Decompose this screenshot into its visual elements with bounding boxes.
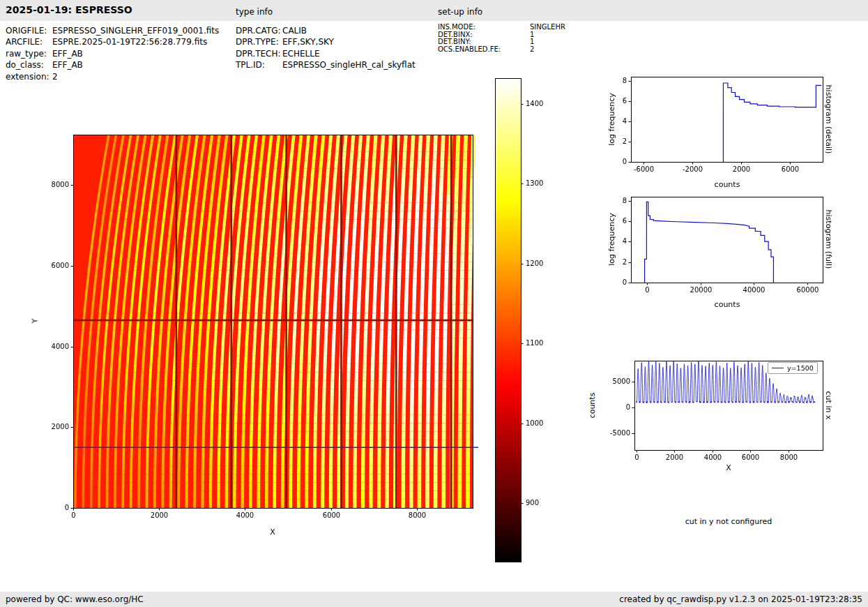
meta-row-dprcatg: DPR.CATG:CALIB	[236, 25, 416, 36]
main-xaxis-label: X	[270, 527, 275, 537]
histdetail-xaxis-label: counts	[715, 180, 740, 189]
main-yaxis-label: Y	[31, 319, 40, 324]
cut-in-y-note: cut in y not configured	[685, 517, 772, 526]
histdetail-yaxis-label: log frequency	[607, 93, 616, 145]
type-info-heading: type info	[236, 7, 273, 17]
setup-info-heading: set-up info	[438, 7, 482, 17]
footer-right-text: created by qc_rawdisp.py v1.2.3 on 2025-…	[619, 594, 862, 604]
meta-value: 2	[530, 45, 534, 53]
meta-label: raw_type:	[6, 48, 52, 59]
meta-label: DPR.CATG:	[236, 25, 282, 36]
meta-value: ESPRE.2025-01-19T22:56:28.779.fits	[52, 37, 207, 47]
cutx-side-label: cut in x	[824, 391, 833, 420]
meta-value: ESPRESSO_SINGLEHR_EFF019_0001.fits	[52, 26, 219, 36]
histdetail-side-label: histogram (detail)	[824, 85, 833, 154]
page-title: 2025-01-19: ESPRESSO	[6, 4, 132, 15]
histfull-xaxis-label: counts	[715, 300, 740, 309]
qc-report-page: 2025-01-19: ESPRESSO type info set-up in…	[0, 0, 868, 607]
legend-line-sample	[772, 368, 784, 368]
meta-label: DPR.TYPE:	[236, 36, 282, 47]
meta-row-ocsfe: OCS.ENABLED.FE:2	[438, 46, 565, 54]
header-bar: 2025-01-19: ESPRESSO type info set-up in…	[0, 0, 868, 21]
meta-value: CALIB	[282, 26, 307, 36]
meta-value: EFF,SKY,SKY	[282, 37, 334, 47]
meta-label: OCS.ENABLED.FE:	[438, 46, 530, 54]
meta-row-dprtech: DPR.TECH:ECHELLE	[236, 48, 416, 59]
meta-row-arcfile: ARCFILE:ESPRE.2025-01-19T22:56:28.779.fi…	[6, 36, 219, 47]
footer-bar: powered by QC: www.eso.org/HC created by…	[0, 592, 868, 607]
footer-left-text: powered by QC: www.eso.org/HC	[6, 594, 144, 604]
meta-label: ARCFILE:	[6, 36, 52, 47]
meta-label: INS.MODE:	[438, 24, 530, 31]
histogram-detail-plot	[600, 66, 837, 199]
legend-label: y=1500	[787, 364, 814, 372]
meta-row-insmode: INS.MODE:SINGLEHR	[438, 24, 565, 31]
cutx-legend: y=1500	[768, 362, 818, 374]
meta-value: SINGLEHR	[530, 23, 565, 31]
meta-row-rawtype: raw_type:EFF_AB	[6, 48, 219, 59]
meta-row-dprtype: DPR.TYPE:EFF,SKY,SKY	[236, 36, 416, 47]
histfull-side-label: histogram (full)	[824, 210, 833, 269]
cutx-yaxis-label: counts	[588, 393, 597, 419]
meta-value: 1	[530, 38, 534, 45]
meta-row-origfile: ORIGFILE:ESPRESSO_SINGLEHR_EFF019_0001.f…	[6, 25, 219, 36]
meta-value: EFF_AB	[52, 49, 83, 59]
meta-label: DPR.TECH:	[236, 48, 282, 59]
meta-label: ORIGFILE:	[6, 25, 52, 36]
meta-value: 1	[530, 31, 534, 38]
raw-frame-image-plot	[21, 66, 481, 555]
meta-value: ECHELLE	[282, 49, 320, 59]
setup-info-block: INS.MODE:SINGLEHR DET.BINX:1 DET.BINY:1 …	[438, 24, 565, 53]
colorbar	[488, 73, 565, 569]
histfull-yaxis-label: log frequency	[607, 213, 616, 265]
cutx-xaxis-label: X	[726, 463, 731, 472]
type-info-block: DPR.CATG:CALIB DPR.TYPE:EFF,SKY,SKY DPR.…	[236, 25, 416, 71]
